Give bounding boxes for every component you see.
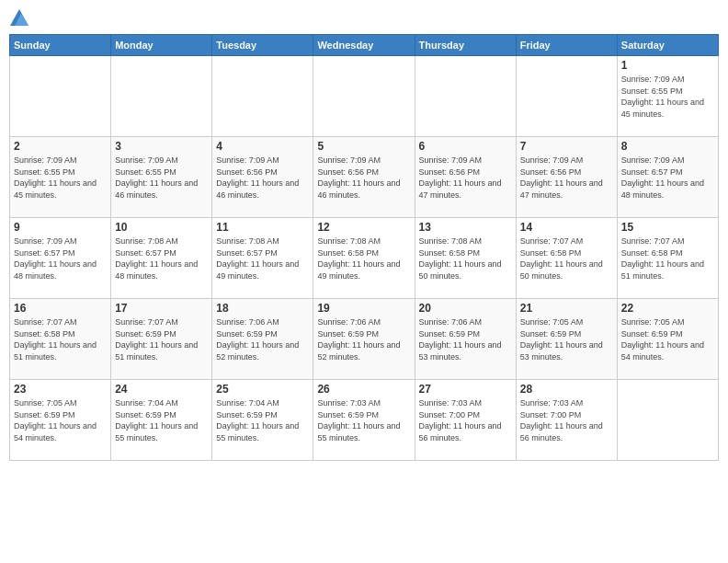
calendar-cell: 6Sunrise: 7:09 AMSunset: 6:56 PMDaylight… <box>415 137 516 218</box>
weekday-header: Wednesday <box>313 35 415 56</box>
day-info: Sunrise: 7:05 AMSunset: 6:59 PMDaylight:… <box>520 316 613 362</box>
calendar-table: SundayMondayTuesdayWednesdayThursdayFrid… <box>9 34 719 461</box>
calendar-cell: 20Sunrise: 7:06 AMSunset: 6:59 PMDayligh… <box>415 299 516 380</box>
day-info: Sunrise: 7:09 AMSunset: 6:55 PMDaylight:… <box>115 155 208 201</box>
weekday-header: Monday <box>111 35 212 56</box>
calendar-cell: 11Sunrise: 7:08 AMSunset: 6:57 PMDayligh… <box>212 218 313 299</box>
calendar-cell: 23Sunrise: 7:05 AMSunset: 6:59 PMDayligh… <box>10 380 111 461</box>
day-info: Sunrise: 7:07 AMSunset: 6:58 PMDaylight:… <box>520 236 613 282</box>
weekday-header: Friday <box>516 35 617 56</box>
day-info: Sunrise: 7:04 AMSunset: 6:59 PMDaylight:… <box>115 397 208 443</box>
calendar-cell: 13Sunrise: 7:08 AMSunset: 6:58 PMDayligh… <box>415 218 516 299</box>
calendar-cell <box>313 56 415 137</box>
day-number: 2 <box>14 140 107 153</box>
logo-icon <box>10 9 28 26</box>
day-number: 3 <box>115 140 208 153</box>
day-info: Sunrise: 7:03 AMSunset: 7:00 PMDaylight:… <box>520 397 613 443</box>
day-info: Sunrise: 7:09 AMSunset: 6:57 PMDaylight:… <box>621 155 714 201</box>
calendar-cell: 16Sunrise: 7:07 AMSunset: 6:58 PMDayligh… <box>10 299 111 380</box>
day-number: 8 <box>621 140 714 153</box>
day-info: Sunrise: 7:09 AMSunset: 6:55 PMDaylight:… <box>621 74 714 120</box>
calendar-cell: 10Sunrise: 7:08 AMSunset: 6:57 PMDayligh… <box>111 218 212 299</box>
weekday-header-row: SundayMondayTuesdayWednesdayThursdayFrid… <box>10 35 719 56</box>
calendar-cell: 27Sunrise: 7:03 AMSunset: 7:00 PMDayligh… <box>415 380 516 461</box>
day-info: Sunrise: 7:06 AMSunset: 6:59 PMDaylight:… <box>317 316 410 362</box>
day-info: Sunrise: 7:09 AMSunset: 6:56 PMDaylight:… <box>520 155 613 201</box>
day-number: 4 <box>216 140 309 153</box>
calendar-week-row: 9Sunrise: 7:09 AMSunset: 6:57 PMDaylight… <box>10 218 719 299</box>
calendar-cell: 5Sunrise: 7:09 AMSunset: 6:56 PMDaylight… <box>313 137 415 218</box>
day-info: Sunrise: 7:08 AMSunset: 6:58 PMDaylight:… <box>419 236 512 282</box>
day-info: Sunrise: 7:03 AMSunset: 7:00 PMDaylight:… <box>419 397 512 443</box>
calendar-week-row: 2Sunrise: 7:09 AMSunset: 6:55 PMDaylight… <box>10 137 719 218</box>
calendar-week-row: 1Sunrise: 7:09 AMSunset: 6:55 PMDaylight… <box>10 56 719 137</box>
day-number: 17 <box>115 302 208 315</box>
calendar-cell: 18Sunrise: 7:06 AMSunset: 6:59 PMDayligh… <box>212 299 313 380</box>
day-number: 19 <box>317 302 410 315</box>
weekday-header: Sunday <box>10 35 111 56</box>
day-number: 11 <box>216 221 309 234</box>
calendar-cell: 25Sunrise: 7:04 AMSunset: 6:59 PMDayligh… <box>212 380 313 461</box>
calendar-cell <box>516 56 617 137</box>
calendar-cell <box>10 56 111 137</box>
day-number: 16 <box>14 302 107 315</box>
calendar-cell: 26Sunrise: 7:03 AMSunset: 6:59 PMDayligh… <box>313 380 415 461</box>
calendar-cell: 28Sunrise: 7:03 AMSunset: 7:00 PMDayligh… <box>516 380 617 461</box>
day-info: Sunrise: 7:03 AMSunset: 6:59 PMDaylight:… <box>317 397 410 443</box>
calendar-cell: 7Sunrise: 7:09 AMSunset: 6:56 PMDaylight… <box>516 137 617 218</box>
day-number: 13 <box>419 221 512 234</box>
calendar-cell: 22Sunrise: 7:05 AMSunset: 6:59 PMDayligh… <box>617 299 718 380</box>
day-number: 20 <box>419 302 512 315</box>
day-number: 6 <box>419 140 512 153</box>
calendar-week-row: 16Sunrise: 7:07 AMSunset: 6:58 PMDayligh… <box>10 299 719 380</box>
calendar-cell <box>415 56 516 137</box>
day-number: 5 <box>317 140 410 153</box>
calendar-cell: 2Sunrise: 7:09 AMSunset: 6:55 PMDaylight… <box>10 137 111 218</box>
weekday-header: Saturday <box>617 35 718 56</box>
day-info: Sunrise: 7:09 AMSunset: 6:56 PMDaylight:… <box>317 155 410 201</box>
calendar-cell: 19Sunrise: 7:06 AMSunset: 6:59 PMDayligh… <box>313 299 415 380</box>
day-info: Sunrise: 7:07 AMSunset: 6:59 PMDaylight:… <box>115 316 208 362</box>
day-number: 10 <box>115 221 208 234</box>
day-number: 27 <box>419 383 512 396</box>
weekday-header: Thursday <box>415 35 516 56</box>
day-info: Sunrise: 7:08 AMSunset: 6:58 PMDaylight:… <box>317 236 410 282</box>
day-number: 28 <box>520 383 613 396</box>
day-info: Sunrise: 7:06 AMSunset: 6:59 PMDaylight:… <box>216 316 309 362</box>
calendar-cell: 24Sunrise: 7:04 AMSunset: 6:59 PMDayligh… <box>111 380 212 461</box>
calendar-cell: 17Sunrise: 7:07 AMSunset: 6:59 PMDayligh… <box>111 299 212 380</box>
calendar-cell: 15Sunrise: 7:07 AMSunset: 6:58 PMDayligh… <box>617 218 718 299</box>
day-info: Sunrise: 7:06 AMSunset: 6:59 PMDaylight:… <box>419 316 512 362</box>
calendar-cell: 1Sunrise: 7:09 AMSunset: 6:55 PMDaylight… <box>617 56 718 137</box>
day-number: 24 <box>115 383 208 396</box>
day-number: 25 <box>216 383 309 396</box>
calendar-cell: 21Sunrise: 7:05 AMSunset: 6:59 PMDayligh… <box>516 299 617 380</box>
day-number: 21 <box>520 302 613 315</box>
day-info: Sunrise: 7:07 AMSunset: 6:58 PMDaylight:… <box>14 316 107 362</box>
day-info: Sunrise: 7:09 AMSunset: 6:55 PMDaylight:… <box>14 155 107 201</box>
day-number: 7 <box>520 140 613 153</box>
day-number: 18 <box>216 302 309 315</box>
calendar-week-row: 23Sunrise: 7:05 AMSunset: 6:59 PMDayligh… <box>10 380 719 461</box>
calendar-cell: 8Sunrise: 7:09 AMSunset: 6:57 PMDaylight… <box>617 137 718 218</box>
day-info: Sunrise: 7:09 AMSunset: 6:56 PMDaylight:… <box>419 155 512 201</box>
calendar-cell: 12Sunrise: 7:08 AMSunset: 6:58 PMDayligh… <box>313 218 415 299</box>
page-header <box>9 9 719 27</box>
day-info: Sunrise: 7:09 AMSunset: 6:57 PMDaylight:… <box>14 236 107 282</box>
day-number: 15 <box>621 221 714 234</box>
calendar-cell: 3Sunrise: 7:09 AMSunset: 6:55 PMDaylight… <box>111 137 212 218</box>
calendar-cell <box>212 56 313 137</box>
calendar-cell: 4Sunrise: 7:09 AMSunset: 6:56 PMDaylight… <box>212 137 313 218</box>
day-number: 22 <box>621 302 714 315</box>
calendar-cell: 9Sunrise: 7:09 AMSunset: 6:57 PMDaylight… <box>10 218 111 299</box>
weekday-header: Tuesday <box>212 35 313 56</box>
logo <box>9 9 28 27</box>
day-number: 12 <box>317 221 410 234</box>
day-number: 1 <box>621 59 714 72</box>
day-info: Sunrise: 7:08 AMSunset: 6:57 PMDaylight:… <box>216 236 309 282</box>
day-number: 26 <box>317 383 410 396</box>
calendar-cell <box>111 56 212 137</box>
day-info: Sunrise: 7:04 AMSunset: 6:59 PMDaylight:… <box>216 397 309 443</box>
day-info: Sunrise: 7:08 AMSunset: 6:57 PMDaylight:… <box>115 236 208 282</box>
day-info: Sunrise: 7:07 AMSunset: 6:58 PMDaylight:… <box>621 236 714 282</box>
